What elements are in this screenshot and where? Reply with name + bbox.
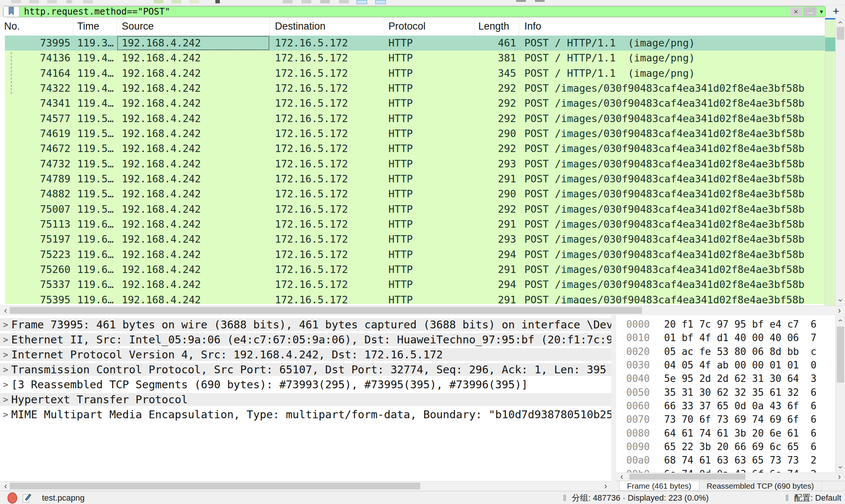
- scroll-left-icon[interactable]: ‹: [1, 306, 10, 315]
- toolbar-icon[interactable]: [215, 0, 220, 3]
- packet-row[interactable]: 73995 119.3… 192.168.4.242 172.16.5.172 …: [0, 36, 845, 51]
- packet-list-vscrollbar[interactable]: ‹ ›: [835, 17, 845, 306]
- expand-chevron-icon[interactable]: >: [0, 365, 11, 374]
- hex-row[interactable]: 00b0 6e 74 0d 0a 43 6f 6e 74 2: [616, 467, 835, 473]
- packet-row[interactable]: 75260 119.6… 192.168.4.242 172.16.5.172 …: [0, 262, 845, 277]
- packet-row[interactable]: 74789 119.5… 192.168.4.242 172.16.5.172 …: [0, 171, 845, 186]
- packet-row[interactable]: 75007 119.5… 192.168.4.242 172.16.5.172 …: [0, 202, 845, 217]
- expand-chevron-icon[interactable]: >: [0, 395, 11, 404]
- hex-row[interactable]: 0070 73 70 6f 73 69 74 69 6f 6: [616, 413, 835, 426]
- column-header-protocol[interactable]: Protocol: [384, 17, 475, 36]
- packet-row[interactable]: 75395 119.6… 192.168.4.242 172.16.5.172 …: [0, 292, 845, 304]
- protocol-detail-row[interactable]: > Hypertext Transfer Protocol: [0, 393, 611, 406]
- expand-chevron-icon[interactable]: >: [0, 320, 11, 330]
- packet-row[interactable]: 75113 119.6… 192.168.4.242 172.16.5.172 …: [0, 217, 845, 232]
- hex-row[interactable]: 0090 65 22 3b 20 66 69 6c 65 6: [616, 440, 835, 453]
- toolbar-icon[interactable]: [535, 0, 545, 2]
- packet-row[interactable]: 74882 119.5… 192.168.4.242 172.16.5.172 …: [0, 186, 845, 201]
- toolbar-icon[interactable]: [29, 0, 39, 3]
- packet-row[interactable]: 74136 119.4… 192.168.4.242 172.16.5.172 …: [0, 51, 845, 66]
- filter-bookmark-button[interactable]: [3, 6, 19, 17]
- packet-row[interactable]: 75337 119.6… 192.168.4.242 172.16.5.172 …: [0, 277, 845, 292]
- hex-row[interactable]: 0060 66 33 37 65 0d 0a 43 6f 6: [616, 399, 835, 413]
- display-filter-input[interactable]: [19, 6, 790, 17]
- toolbar-icon[interactable]: [302, 0, 311, 3]
- scroll-right-icon[interactable]: ›: [835, 473, 844, 480]
- scroll-right-icon[interactable]: ›: [601, 482, 611, 491]
- hex-row[interactable]: 00a0 68 74 61 63 63 65 73 73 2: [616, 453, 835, 467]
- hex-row[interactable]: 0000 20 f1 7c 97 95 bf e4 c7 6: [616, 318, 835, 331]
- hex-row[interactable]: 0040 5e 95 2d 2d 62 31 30 64 3: [616, 372, 835, 385]
- protocol-detail-row[interactable]: > Transmission Control Protocol, Src Por…: [0, 363, 611, 376]
- hex-row[interactable]: 0050 35 31 30 62 32 35 61 32 6: [616, 386, 835, 399]
- packet-row[interactable]: 75223 119.6… 192.168.4.242 172.16.5.172 …: [0, 247, 845, 262]
- column-header-time[interactable]: Time: [73, 17, 117, 36]
- hex-vscrollbar[interactable]: ‹ ›: [835, 315, 845, 473]
- byte-view-tab[interactable]: Frame (461 bytes): [619, 481, 699, 491]
- toolbar-icon[interactable]: [339, 0, 349, 3]
- protocol-detail-row[interactable]: > Internet Protocol Version 4, Src: 192.…: [0, 348, 611, 361]
- scroll-left-icon[interactable]: ‹: [1, 482, 10, 491]
- toolbar-icon[interactable]: [47, 0, 57, 3]
- packet-row[interactable]: 74341 119.4… 192.168.4.242 172.16.5.172 …: [0, 96, 845, 111]
- protocol-detail-row[interactable]: > MIME Multipart Media Encapsulation, Ty…: [0, 408, 611, 421]
- expand-chevron-icon[interactable]: >: [0, 350, 11, 359]
- toolbar-icon[interactable]: [66, 0, 73, 3]
- details-hscrollbar[interactable]: ‹ ›: [0, 481, 611, 491]
- scroll-up-icon[interactable]: ‹: [836, 18, 845, 27]
- toolbar-icon[interactable]: [320, 0, 330, 3]
- protocol-detail-row[interactable]: > Ethernet II, Src: Intel_05:9a:06 (e4:c…: [0, 333, 611, 346]
- hex-row[interactable]: 0010 01 bf 4f d1 40 00 40 06 7: [616, 331, 835, 344]
- column-header-source[interactable]: Source: [117, 17, 270, 36]
- packet-row[interactable]: 74164 119.4… 192.168.4.242 172.16.5.172 …: [0, 66, 845, 81]
- scrollbar-thumb[interactable]: [10, 483, 420, 489]
- scrollbar-thumb[interactable]: [10, 307, 642, 314]
- toolbar-icon[interactable]: [283, 0, 293, 3]
- protocol-detail-row[interactable]: > [3 Reassembled TCP Segments (690 bytes…: [0, 378, 611, 391]
- filter-apply-button[interactable]: →: [803, 7, 817, 16]
- toolbar-icon[interactable]: [375, 0, 386, 4]
- column-header-no[interactable]: No.: [0, 17, 73, 36]
- add-filter-button[interactable]: +: [829, 5, 843, 17]
- column-header-destination[interactable]: Destination: [270, 17, 384, 36]
- expert-info-icon[interactable]: [7, 492, 17, 504]
- expand-chevron-icon[interactable]: >: [0, 380, 11, 389]
- filter-clear-button[interactable]: ×: [790, 7, 802, 16]
- pane-splitter[interactable]: [611, 315, 616, 491]
- column-header-length[interactable]: Length: [475, 17, 519, 36]
- packet-row[interactable]: 75197 119.6… 192.168.4.242 172.16.5.172 …: [0, 232, 845, 247]
- scroll-down-icon[interactable]: ›: [836, 462, 845, 472]
- scrollbar-thumb[interactable]: [629, 474, 745, 480]
- toolbar-icon[interactable]: [516, 0, 526, 2]
- packet-row[interactable]: 74322 119.4… 192.168.4.242 172.16.5.172 …: [0, 81, 845, 96]
- packet-row[interactable]: 74619 119.5… 192.168.4.242 172.16.5.172 …: [0, 126, 845, 141]
- toolbar-icon[interactable]: [190, 0, 199, 3]
- profile-label[interactable]: 配置: Default: [794, 492, 841, 504]
- expand-chevron-icon[interactable]: >: [0, 335, 11, 344]
- scroll-right-icon[interactable]: ›: [835, 306, 844, 315]
- expand-chevron-icon[interactable]: >: [0, 410, 11, 419]
- scroll-up-icon[interactable]: ‹: [836, 316, 845, 325]
- filter-dropdown-caret[interactable]: ▾: [818, 8, 825, 16]
- hex-row[interactable]: 0030 04 05 4f ab 00 00 01 01 0: [616, 358, 835, 372]
- scroll-left-icon[interactable]: ‹: [617, 473, 627, 480]
- packet-row[interactable]: 74672 119.5… 192.168.4.242 172.16.5.172 …: [0, 141, 845, 156]
- column-header-info[interactable]: Info: [519, 17, 845, 36]
- toolbar-icon[interactable]: [172, 0, 181, 3]
- byte-view-tab[interactable]: Reassembled TCP (690 bytes): [699, 481, 822, 491]
- hex-row[interactable]: 0020 05 ac fe 53 80 06 8d bb c: [616, 345, 835, 358]
- hex-hscrollbar[interactable]: ‹ ›: [616, 473, 845, 481]
- toolbar-icon[interactable]: [357, 0, 367, 4]
- packet-list-hscrollbar[interactable]: ‹ ›: [0, 306, 845, 316]
- intelligent-scrollbar-minimap[interactable]: [825, 18, 836, 306]
- hex-row[interactable]: 0080 64 61 74 61 3b 20 6e 61 6: [616, 426, 835, 440]
- capture-comment-icon[interactable]: [22, 493, 31, 503]
- scrollbar-thumb[interactable]: [837, 327, 844, 383]
- packet-row[interactable]: 74732 119.5… 192.168.4.242 172.16.5.172 …: [0, 157, 845, 171]
- scroll-down-icon[interactable]: ›: [836, 295, 845, 305]
- scrollbar-thumb[interactable]: [837, 27, 844, 40]
- toolbar-icon[interactable]: [11, 0, 21, 3]
- protocol-detail-row[interactable]: > Frame 73995: 461 bytes on wire (3688 b…: [0, 318, 611, 331]
- display-filter-field[interactable]: × → ▾: [3, 6, 826, 17]
- packet-row[interactable]: 74577 119.5… 192.168.4.242 172.16.5.172 …: [0, 111, 845, 126]
